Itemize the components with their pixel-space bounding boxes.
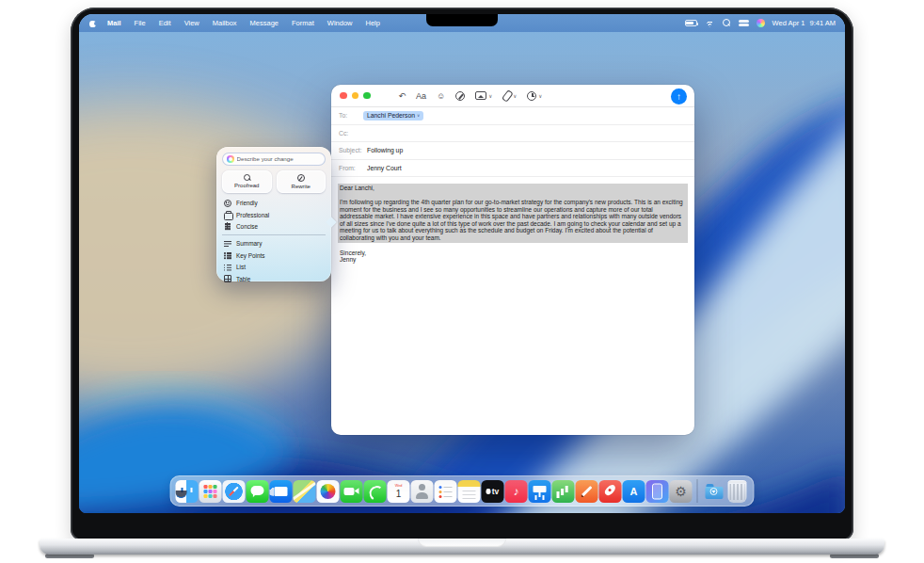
photo-browser-button[interactable]: ∨ (475, 91, 492, 101)
camera-notch (426, 14, 498, 26)
facetime-dock-icon[interactable] (341, 480, 363, 503)
selected-text[interactable]: Dear Lanchi, I'm following up regarding … (338, 184, 688, 242)
macbook-screen: Mail File Edit View Mailbox Message Form… (79, 14, 845, 513)
rewrite-button[interactable]: Rewrite (277, 170, 327, 193)
apple-tv-dock-icon[interactable]: tv (482, 480, 504, 503)
zoom-window-button[interactable] (363, 92, 371, 100)
menu-item-list[interactable]: List (222, 261, 326, 272)
menu-message[interactable]: Message (244, 19, 285, 27)
emoji-button[interactable]: ☺ (437, 91, 445, 101)
menu-item-friendly[interactable]: Friendly (222, 198, 326, 209)
system-settings-dock-icon[interactable]: ⚙ (670, 480, 693, 503)
calendar-day: 1 (396, 489, 402, 499)
download-arrow-icon (710, 488, 718, 495)
describe-change-field[interactable] (222, 153, 326, 166)
pages-dock-icon[interactable] (576, 480, 598, 503)
trash-dock-icon[interactable] (728, 480, 747, 503)
battery-icon[interactable] (685, 20, 697, 26)
proofread-label: Proofread (234, 183, 259, 188)
wifi-icon[interactable] (705, 19, 715, 27)
subject-label: Subject: (339, 147, 367, 153)
key-points-icon (224, 251, 231, 259)
smiley-icon (224, 200, 231, 207)
music-dock-icon[interactable]: ♪ (505, 480, 528, 503)
gear-icon: ⚙ (675, 484, 687, 499)
messages-dock-icon[interactable] (247, 480, 269, 503)
close-window-button[interactable] (340, 92, 347, 100)
menu-mail[interactable]: Mail (101, 19, 128, 27)
numbers-dock-icon[interactable] (552, 480, 575, 503)
cc-label: Cc: (339, 130, 363, 137)
finder-dock-icon[interactable] (176, 480, 199, 503)
menu-item-concise[interactable]: Concise (222, 220, 326, 232)
to-field-row[interactable]: To: Lanchi Pederson ∨ (331, 107, 694, 125)
lid-opening-notch (418, 539, 506, 547)
concise-icon (224, 222, 231, 230)
proofread-button[interactable]: Proofread (222, 170, 272, 193)
calendar-dock-icon[interactable]: Wed 1 (388, 480, 410, 503)
contacts-dock-icon[interactable] (411, 480, 434, 503)
paperclip-icon (502, 90, 511, 101)
maps-dock-icon[interactable] (294, 480, 316, 503)
rewrite-label: Rewrite (292, 184, 311, 189)
recipient-name: Lanchi Pederson (367, 112, 415, 119)
send-button[interactable]: ↑ (671, 88, 687, 105)
menu-view[interactable]: View (178, 19, 206, 27)
from-field-row[interactable]: From: Jenny Court (331, 160, 694, 178)
friendly-label: Friendly (236, 200, 258, 206)
list-label: List (236, 264, 246, 270)
photo-icon (475, 91, 486, 100)
keynote-dock-icon[interactable] (529, 480, 551, 503)
attach-file-button[interactable]: ∨ (502, 90, 517, 101)
notes-dock-icon[interactable] (458, 480, 481, 503)
body-greeting: Dear Lanchi, (340, 185, 686, 192)
photos-dock-icon[interactable] (317, 480, 340, 503)
downloads-dock-icon[interactable] (703, 480, 725, 503)
format-text-button[interactable]: Aa (416, 91, 426, 101)
menu-file[interactable]: File (128, 19, 152, 27)
apple-intelligence-icon[interactable] (757, 19, 765, 27)
body-signature: Jenny (340, 256, 686, 264)
menu-mailbox[interactable]: Mailbox (206, 19, 244, 27)
menu-item-table[interactable]: Table (222, 273, 326, 284)
writing-tools-button[interactable] (455, 91, 465, 101)
menu-format[interactable]: Format (285, 19, 321, 27)
menu-item-key-points[interactable]: Key Points (222, 249, 326, 261)
spotlight-search-icon[interactable] (723, 19, 731, 27)
clock-icon (527, 91, 536, 101)
cc-field-row[interactable]: Cc: (331, 125, 694, 143)
menu-item-professional[interactable]: Professional (222, 209, 326, 220)
apple-logo-icon[interactable] (88, 19, 97, 28)
menu-item-summary[interactable]: Summary (222, 238, 326, 249)
menu-help[interactable]: Help (358, 19, 386, 27)
menu-time: 9:41 AM (809, 19, 836, 27)
describe-change-input[interactable] (237, 155, 322, 162)
apple-intelligence-icon (227, 155, 234, 163)
chevron-down-icon: ∨ (538, 91, 542, 101)
app-store-dock-icon[interactable]: A (623, 480, 645, 503)
reminders-dock-icon[interactable] (435, 480, 457, 503)
menu-edit[interactable]: Edit (152, 19, 178, 27)
message-body[interactable]: Dear Lanchi, I'm following up regarding … (331, 177, 694, 269)
launchpad-dock-icon[interactable] (199, 480, 222, 503)
window-controls (340, 92, 371, 100)
mail-dock-icon[interactable] (270, 480, 293, 503)
minimize-window-button[interactable] (352, 92, 359, 100)
menu-clock[interactable]: Wed Apr 1 9:41 AM (773, 19, 836, 27)
rocket-app-dock-icon[interactable] (599, 480, 622, 503)
compose-toolbar: ↶ Aa ☺ ∨ ∨ ∨ ↑ (331, 85, 694, 107)
subject-field-row[interactable]: Subject: Following up (331, 142, 694, 160)
send-later-button[interactable]: ∨ (527, 91, 542, 101)
phone-dock-icon[interactable] (364, 480, 387, 503)
writing-tools-pencil-icon (455, 91, 465, 101)
menu-window[interactable]: Window (321, 19, 359, 27)
from-label: From: (339, 165, 367, 171)
body-closing: Sincerely, (340, 249, 686, 257)
iphone-mirroring-dock-icon[interactable] (646, 480, 669, 503)
safari-dock-icon[interactable] (223, 480, 246, 503)
subject-value: Following up (367, 147, 403, 153)
recipient-token[interactable]: Lanchi Pederson ∨ (363, 111, 423, 121)
undo-button[interactable]: ↶ (399, 91, 406, 101)
control-center-icon[interactable] (739, 20, 749, 27)
to-label: To: (339, 112, 363, 119)
